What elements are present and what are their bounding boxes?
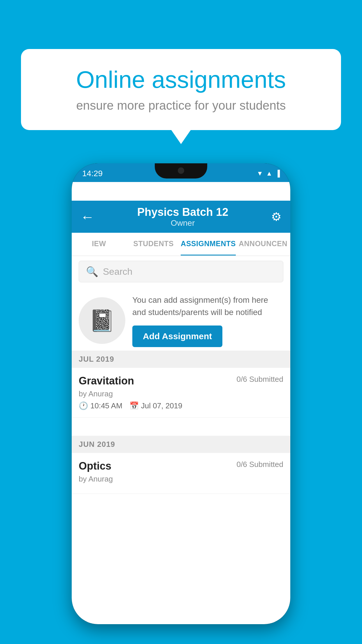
- date-value: Jul 07, 2019: [141, 401, 182, 410]
- optics-submitted: 0/6 Submitted: [237, 460, 283, 469]
- signal-icon: ▲: [266, 170, 273, 177]
- search-placeholder: Search: [103, 266, 132, 277]
- optics-assignment[interactable]: Optics 0/6 Submitted by Anurag: [72, 453, 290, 494]
- speech-bubble-container: Online assignments ensure more practice …: [21, 49, 341, 130]
- app-bar: ← Physics Batch 12 Owner ⚙: [72, 201, 290, 233]
- app-bar-title: Physics Batch 12: [137, 206, 229, 218]
- battery-icon: ▐: [275, 170, 280, 177]
- search-bar[interactable]: 🔍 Search: [79, 261, 283, 282]
- bubble-subtitle: ensure more practice for your students: [41, 99, 321, 113]
- assignment-name: Gravitation: [79, 375, 134, 387]
- status-icons: ▼ ▲ ▐: [257, 170, 280, 177]
- optics-by: by Anurag: [79, 475, 283, 484]
- promo-section: 📓 You can add assignment(s) from here an…: [72, 285, 290, 356]
- clock-icon: 🕐: [79, 401, 88, 410]
- tab-assignments[interactable]: ASSIGNMENTS: [181, 233, 236, 256]
- assignment-top-row: Gravitation 0/6 Submitted: [79, 375, 283, 387]
- speech-bubble: Online assignments ensure more practice …: [21, 49, 341, 130]
- optics-top-row: Optics 0/6 Submitted: [79, 460, 283, 472]
- tab-students[interactable]: STUDENTS: [126, 233, 181, 256]
- calendar-icon: 📅: [129, 401, 139, 410]
- promo-right: You can add assignment(s) from here and …: [132, 294, 283, 347]
- assignment-meta: 🕐 10:45 AM 📅 Jul 07, 2019: [79, 401, 283, 410]
- jun-month-header: JUN 2019 Optics 0/6 Submitted by Anurag: [72, 436, 290, 494]
- front-camera: [178, 167, 184, 174]
- phone-frame: 14:29 ▼ ▲ ▐ ← Physics Batch 12 Owner ⚙ I…: [72, 163, 290, 624]
- jun-month-label: JUN 2019: [72, 436, 290, 453]
- wifi-icon: ▼: [257, 170, 263, 177]
- jul-month-label: JUL 2019: [72, 351, 290, 368]
- search-bar-container: 🔍 Search: [72, 256, 290, 287]
- tab-iew[interactable]: IEW: [72, 233, 126, 256]
- settings-icon[interactable]: ⚙: [271, 210, 282, 223]
- optics-name: Optics: [79, 460, 111, 472]
- tabs-bar: IEW STUDENTS ASSIGNMENTS ANNOUNCEN: [72, 233, 290, 256]
- assignment-time: 🕐 10:45 AM: [79, 401, 122, 410]
- back-button[interactable]: ←: [80, 209, 94, 225]
- tab-announcements[interactable]: ANNOUNCEN: [236, 233, 290, 256]
- time-value: 10:45 AM: [90, 401, 122, 410]
- status-time: 14:29: [82, 169, 103, 178]
- notebook-icon: 📓: [89, 308, 115, 333]
- assignment-date: 📅 Jul 07, 2019: [129, 401, 182, 410]
- submitted-count: 0/6 Submitted: [237, 375, 283, 384]
- phone-screen: ← Physics Batch 12 Owner ⚙ IEW STUDENTS …: [72, 182, 290, 624]
- gravitation-assignment[interactable]: Gravitation 0/6 Submitted by Anurag 🕐 10…: [72, 368, 290, 418]
- app-bar-title-group: Physics Batch 12 Owner: [137, 206, 229, 228]
- app-bar-subtitle: Owner: [137, 218, 229, 228]
- promo-icon-circle: 📓: [79, 297, 125, 344]
- phone-device: 14:29 ▼ ▲ ▐ ← Physics Batch 12 Owner ⚙ I…: [72, 163, 290, 624]
- promo-description: You can add assignment(s) from here and …: [132, 294, 283, 318]
- assignment-by: by Anurag: [79, 389, 283, 398]
- phone-notch: [155, 163, 207, 178]
- search-icon: 🔍: [86, 266, 98, 277]
- bubble-title: Online assignments: [41, 66, 321, 93]
- jul-month-header: JUL 2019 Gravitation 0/6 Submitted by An…: [72, 351, 290, 418]
- add-assignment-button[interactable]: Add Assignment: [132, 326, 222, 347]
